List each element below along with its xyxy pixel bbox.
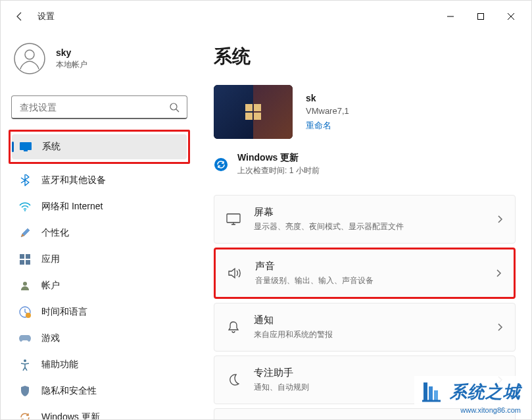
gamepad-icon (19, 332, 31, 344)
nav-label: 时间和语言 (41, 306, 87, 318)
nav-item-bluetooth[interactable]: 蓝牙和其他设备 (11, 168, 187, 193)
nav-label: 辅助功能 (41, 359, 78, 371)
nav-label: 网络和 Internet (41, 201, 103, 213)
watermark-text: 系统之城 (450, 381, 521, 404)
svg-rect-7 (20, 254, 24, 259)
arrow-left-icon (14, 11, 24, 22)
nav-item-network[interactable]: 网络和 Internet (11, 194, 187, 219)
speaker-icon (228, 266, 242, 280)
nav-item-personalize[interactable]: 个性化 (11, 221, 187, 246)
svg-rect-20 (434, 390, 438, 401)
card-subtitle: 音量级别、输出、输入、声音设备 (255, 275, 495, 286)
svg-point-14 (24, 359, 26, 362)
page-title: 系统 (214, 44, 516, 69)
nav-label: 蓝牙和其他设备 (41, 174, 106, 186)
nav-item-accounts[interactable]: 帐户 (11, 273, 187, 298)
device-thumbnail (214, 85, 293, 139)
card-subtitle: 显示器、亮度、夜间模式、显示器配置文件 (254, 221, 496, 232)
chevron-right-icon (496, 323, 503, 332)
svg-point-13 (26, 313, 31, 318)
device-name: sk (306, 93, 349, 103)
card-title: 通知 (254, 314, 496, 327)
chevron-right-icon (496, 215, 503, 224)
svg-point-3 (170, 103, 177, 110)
nav-item-accessibility[interactable]: 辅助功能 (11, 352, 187, 377)
svg-rect-8 (26, 254, 30, 259)
paintbrush-icon (19, 227, 31, 239)
accessibility-icon (19, 359, 31, 371)
nav-item-gaming[interactable]: 游戏 (11, 326, 187, 351)
minimize-icon (447, 13, 454, 20)
nav-item-privacy[interactable]: 隐私和安全性 (11, 379, 187, 404)
account-name: sky (56, 47, 87, 58)
search-icon (169, 102, 180, 113)
search-container (11, 95, 187, 119)
svg-rect-10 (26, 260, 30, 265)
search-input[interactable] (11, 95, 187, 119)
device-block: sk VMware7,1 重命名 (214, 85, 516, 139)
svg-point-6 (24, 210, 26, 211)
svg-rect-4 (20, 142, 32, 150)
svg-rect-0 (478, 14, 484, 20)
svg-point-11 (23, 282, 27, 286)
svg-point-1 (14, 43, 45, 74)
maximize-button[interactable] (466, 6, 496, 27)
watermark: 系统之城 www.xitong86.com (414, 376, 525, 407)
update-subtitle: 上次检查时间: 1 小时前 (237, 165, 320, 176)
account-icon (19, 280, 31, 292)
account-header[interactable]: sky 本地帐户 (11, 32, 187, 85)
svg-rect-9 (20, 260, 24, 265)
sidebar: sky 本地帐户 系统 蓝牙和其他设备 (1, 32, 198, 419)
bluetooth-icon (19, 174, 31, 186)
monitor-icon (226, 212, 241, 226)
nav-label: 应用 (41, 253, 60, 265)
nav-label: 系统 (42, 141, 60, 153)
update-title: Windows 更新 (237, 152, 320, 164)
window-title: 设置 (37, 11, 55, 22)
nav-label: 游戏 (41, 332, 60, 344)
system-icon (20, 141, 32, 153)
nav-item-time[interactable]: 时间和语言 (11, 300, 187, 325)
account-type: 本地帐户 (56, 59, 87, 70)
close-button[interactable] (496, 6, 526, 27)
chevron-right-icon (495, 269, 502, 278)
windows-logo-icon (245, 104, 261, 120)
back-button[interactable] (6, 3, 32, 30)
system-nav-highlight: 系统 (9, 130, 190, 164)
wifi-icon (19, 201, 31, 213)
svg-rect-19 (429, 386, 433, 401)
svg-rect-16 (227, 214, 240, 223)
person-icon (14, 43, 45, 74)
apps-icon (19, 253, 31, 265)
minimize-button[interactable] (435, 6, 466, 27)
nav-label: 个性化 (41, 227, 69, 239)
windows-update-block[interactable]: Windows 更新 上次检查时间: 1 小时前 (214, 152, 516, 176)
svg-rect-5 (24, 150, 28, 151)
nav-label: 帐户 (41, 280, 60, 292)
card-subtitle: 来自应用和系统的警报 (254, 329, 496, 340)
nav-label: Windows 更新 (41, 411, 100, 420)
card-notifications[interactable]: 通知 来自应用和系统的警报 (214, 303, 516, 352)
svg-rect-18 (423, 382, 427, 401)
nav-item-system[interactable]: 系统 (12, 134, 187, 159)
card-title: 屏幕 (254, 206, 496, 219)
content-area: 系统 sk VMware7,1 重命名 Windows 更新 上次检查时间: 1… (198, 32, 531, 419)
clock-globe-icon (19, 306, 31, 318)
svg-point-2 (25, 50, 34, 59)
nav-item-windows-update[interactable]: Windows 更新 (11, 405, 187, 420)
nav-item-apps[interactable]: 应用 (11, 247, 187, 272)
watermark-logo-icon (418, 379, 445, 405)
titlebar: 设置 (1, 1, 531, 32)
moon-icon (226, 373, 241, 387)
rename-link[interactable]: 重命名 (306, 120, 349, 132)
maximize-icon (477, 13, 484, 20)
svg-point-15 (214, 158, 228, 171)
device-model: VMware7,1 (306, 106, 349, 116)
card-title: 声音 (255, 260, 495, 273)
window-controls (435, 6, 526, 27)
close-icon (508, 13, 514, 20)
card-display[interactable]: 屏幕 显示器、亮度、夜间模式、显示器配置文件 (214, 195, 516, 244)
watermark-url: www.xitong86.com (460, 406, 521, 414)
card-sound[interactable]: 声音 音量级别、输出、输入、声音设备 (214, 248, 516, 299)
nav-label: 隐私和安全性 (41, 385, 97, 397)
